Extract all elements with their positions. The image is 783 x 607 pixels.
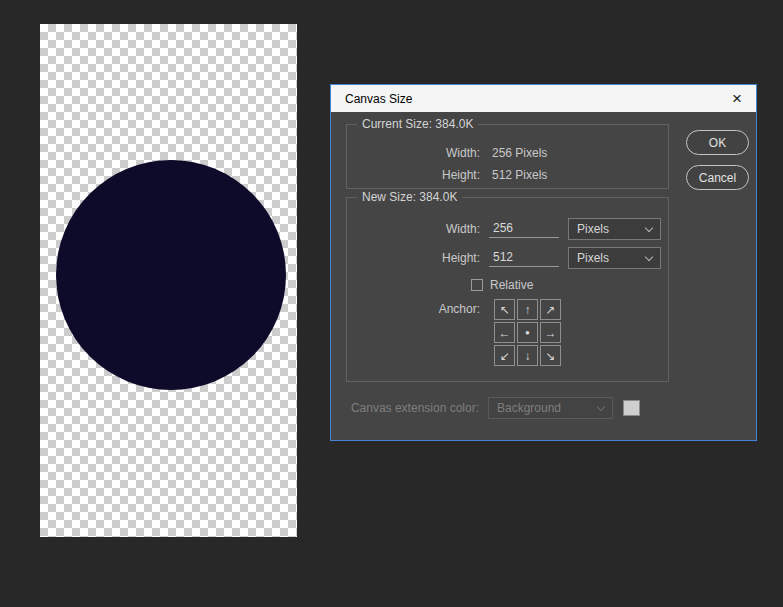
height-unit-select[interactable]: Pixels — [568, 247, 661, 269]
anchor-bottom-button[interactable]: ↓ — [517, 345, 538, 366]
anchor-top-left-button[interactable]: ↖ — [494, 299, 515, 320]
canvas-extension-label: Canvas extension color: — [346, 401, 479, 415]
cancel-button[interactable]: Cancel — [686, 165, 749, 190]
anchor-bottom-right-button[interactable]: ↘ — [540, 345, 561, 366]
current-height-row: Height: 512 Pixels — [347, 164, 668, 186]
relative-checkbox[interactable] — [471, 279, 483, 291]
chevron-down-icon — [645, 223, 653, 231]
current-width-row: Width: 256 Pixels — [347, 142, 668, 164]
new-height-input[interactable] — [489, 250, 559, 267]
dialog-body: Current Size: 384.0K Width: 256 Pixels H… — [331, 112, 756, 440]
ok-button[interactable]: OK — [686, 130, 749, 155]
canvas-size-dialog: Canvas Size × Current Size: 384.0K Width… — [330, 84, 757, 441]
canvas-extension-row: Canvas extension color: Background — [346, 397, 640, 419]
height-unit-value: Pixels — [577, 251, 609, 265]
chevron-down-icon — [645, 252, 653, 260]
current-height-label: Height: — [347, 168, 480, 182]
width-unit-value: Pixels — [577, 222, 609, 236]
current-size-legend: Current Size: 384.0K — [357, 117, 478, 131]
new-height-row: Height: Pixels — [347, 247, 661, 269]
current-height-value: 512 Pixels — [492, 168, 547, 182]
anchor-grid: ↖ ↑ ↗ ← ● → ↙ ↓ ↘ — [494, 299, 561, 366]
anchor-top-right-button[interactable]: ↗ — [540, 299, 561, 320]
relative-label: Relative — [490, 278, 533, 292]
circle-layer — [56, 160, 286, 390]
dialog-title: Canvas Size — [331, 92, 412, 106]
anchor-top-button[interactable]: ↑ — [517, 299, 538, 320]
anchor-center-button[interactable]: ● — [517, 322, 538, 343]
new-size-group: New Size: 384.0K Width: Pixels Height: P… — [346, 197, 669, 382]
document-canvas[interactable] — [40, 24, 297, 537]
chevron-down-icon — [597, 402, 605, 410]
new-width-row: Width: Pixels — [347, 218, 661, 240]
new-height-label: Height: — [347, 251, 480, 265]
anchor-left-button[interactable]: ← — [494, 322, 515, 343]
current-size-group: Current Size: 384.0K Width: 256 Pixels H… — [346, 124, 669, 189]
anchor-bottom-left-button[interactable]: ↙ — [494, 345, 515, 366]
dialog-titlebar[interactable]: Canvas Size × — [331, 85, 756, 112]
relative-row: Relative — [471, 276, 533, 294]
extension-color-value: Background — [497, 401, 561, 415]
close-icon[interactable]: × — [718, 85, 756, 112]
new-width-label: Width: — [347, 222, 480, 236]
anchor-right-button[interactable]: → — [540, 322, 561, 343]
width-unit-select[interactable]: Pixels — [568, 218, 661, 240]
extension-color-swatch[interactable] — [623, 400, 640, 416]
current-width-label: Width: — [347, 146, 480, 160]
current-width-value: 256 Pixels — [492, 146, 547, 160]
extension-color-select: Background — [488, 397, 613, 419]
new-width-input[interactable] — [489, 221, 559, 238]
photoshop-workspace: Canvas Size × Current Size: 384.0K Width… — [0, 0, 783, 607]
new-size-legend: New Size: 384.0K — [357, 190, 462, 204]
anchor-label: Anchor: — [347, 302, 480, 316]
